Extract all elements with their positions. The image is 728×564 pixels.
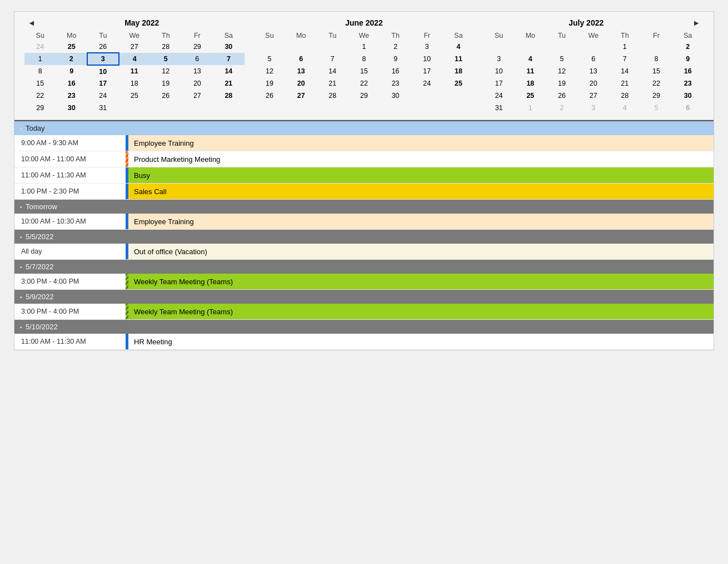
calendar-day[interactable]: 27: [577, 90, 609, 102]
collapse-icon[interactable]: ▪: [20, 324, 22, 330]
calendar-day[interactable]: 2: [380, 41, 411, 53]
agenda-row[interactable]: 1:00 PM - 2:30 PMSales Call: [14, 184, 714, 200]
calendar-day[interactable]: 10: [411, 53, 443, 65]
agenda-group-header-5-7-2022[interactable]: ▪5/7/2022: [14, 260, 714, 274]
calendar-day[interactable]: 14: [609, 65, 641, 77]
calendar-day[interactable]: 2: [672, 41, 704, 53]
calendar-day[interactable]: 5: [254, 53, 286, 65]
event-block[interactable]: Weekly Team Meeting (Teams): [126, 274, 714, 289]
calendar-day[interactable]: 3: [577, 102, 609, 114]
calendar-day[interactable]: 1: [515, 102, 546, 114]
calendar-day[interactable]: 1: [24, 53, 56, 65]
calendar-day[interactable]: 10: [87, 65, 119, 77]
calendar-day[interactable]: 19: [254, 77, 286, 90]
calendar-day[interactable]: 21: [213, 77, 245, 90]
calendar-day[interactable]: 5: [546, 53, 578, 65]
calendar-day[interactable]: 19: [546, 77, 578, 90]
calendar-day[interactable]: 4: [443, 41, 475, 53]
calendar-day[interactable]: 9: [380, 53, 411, 65]
agenda-row[interactable]: All dayOut of office (Vacation): [14, 244, 714, 260]
collapse-icon[interactable]: ▪: [20, 204, 22, 210]
calendar-day[interactable]: 29: [348, 90, 380, 102]
calendar-day[interactable]: 20: [577, 77, 609, 90]
collapse-icon[interactable]: ▪: [20, 125, 22, 132]
calendar-day[interactable]: 11: [515, 65, 546, 77]
calendar-day[interactable]: 8: [641, 53, 672, 65]
calendar-day[interactable]: 5: [641, 102, 672, 114]
calendar-day[interactable]: 7: [317, 53, 348, 65]
agenda-row[interactable]: 11:00 AM - 11:30 AMBusy: [14, 167, 714, 184]
event-block[interactable]: HR Meeting: [126, 334, 714, 349]
calendar-day[interactable]: 5: [150, 53, 182, 65]
calendar-day[interactable]: 13: [182, 65, 213, 77]
calendar-day[interactable]: 31: [87, 102, 119, 114]
calendar-day[interactable]: 14: [317, 65, 348, 77]
calendar-day[interactable]: 27: [182, 90, 213, 102]
calendar-day[interactable]: 30: [672, 90, 704, 102]
calendar-day[interactable]: 27: [285, 90, 317, 102]
calendar-day[interactable]: 17: [483, 77, 515, 90]
calendar-day[interactable]: 29: [24, 102, 56, 114]
calendar-day[interactable]: 26: [254, 90, 286, 102]
calendar-day[interactable]: 23: [380, 77, 411, 90]
calendar-day[interactable]: 18: [515, 77, 546, 90]
calendar-day[interactable]: 24: [411, 77, 443, 90]
calendar-day[interactable]: 28: [609, 90, 641, 102]
calendar-day[interactable]: 22: [348, 77, 380, 90]
calendar-day[interactable]: 17: [411, 65, 443, 77]
calendar-day[interactable]: 31: [483, 102, 515, 114]
calendar-day[interactable]: 30: [56, 102, 88, 114]
calendar-day[interactable]: 13: [577, 65, 609, 77]
agenda-row[interactable]: 11:00 AM - 11:30 AMHR Meeting: [14, 334, 714, 350]
collapse-icon[interactable]: ▪: [20, 294, 22, 300]
calendar-day[interactable]: 12: [150, 65, 182, 77]
calendar-day[interactable]: 24: [483, 90, 515, 102]
agenda-group-header-today[interactable]: ▪Today: [14, 121, 714, 135]
event-block[interactable]: Out of office (Vacation): [126, 244, 714, 259]
calendar-day[interactable]: 19: [150, 77, 182, 90]
event-block[interactable]: Weekly Team Meeting (Teams): [126, 304, 714, 319]
event-block[interactable]: Employee Training: [126, 135, 714, 151]
calendar-day[interactable]: 9: [672, 53, 704, 65]
calendar-day[interactable]: 22: [24, 90, 56, 102]
event-block[interactable]: Product Marketing Meeting: [126, 151, 714, 167]
calendar-day[interactable]: 13: [285, 65, 317, 77]
agenda-group-header-5-9-2022[interactable]: ▪5/9/2022: [14, 290, 714, 304]
calendar-day[interactable]: 27: [119, 41, 151, 53]
calendar-day[interactable]: 16: [380, 65, 411, 77]
agenda-row[interactable]: 3:00 PM - 4:00 PMWeekly Team Meeting (Te…: [14, 304, 714, 320]
event-block[interactable]: Employee Training: [126, 214, 714, 229]
calendar-day[interactable]: 7: [609, 53, 641, 65]
calendar-day[interactable]: 21: [609, 77, 641, 90]
calendar-day[interactable]: 16: [672, 65, 704, 77]
collapse-icon[interactable]: ▪: [20, 234, 22, 240]
calendar-day[interactable]: 8: [348, 53, 380, 65]
calendar-day[interactable]: 25: [56, 41, 88, 53]
calendar-day[interactable]: 1: [609, 41, 641, 53]
calendar-day[interactable]: 11: [119, 65, 151, 77]
calendar-day[interactable]: 21: [317, 77, 348, 90]
calendar-day[interactable]: 6: [672, 102, 704, 114]
calendar-day[interactable]: 15: [24, 77, 56, 90]
calendar-day[interactable]: 20: [285, 77, 317, 90]
agenda-row[interactable]: 10:00 AM - 11:00 AMProduct Marketing Mee…: [14, 151, 714, 167]
calendar-day[interactable]: 4: [515, 53, 546, 65]
calendar-day[interactable]: 15: [641, 65, 672, 77]
calendar-day[interactable]: 10: [483, 65, 515, 77]
agenda-row[interactable]: 9:00 AM - 9:30 AMEmployee Training: [14, 135, 714, 151]
calendar-day[interactable]: 7: [213, 53, 245, 65]
calendar-day[interactable]: 6: [182, 53, 213, 65]
calendar-day[interactable]: 23: [56, 90, 88, 102]
calendar-day[interactable]: 4: [119, 53, 151, 65]
calendar-day[interactable]: 12: [546, 65, 578, 77]
calendar-day[interactable]: 6: [285, 53, 317, 65]
calendar-day[interactable]: 24: [24, 41, 56, 53]
calendar-day[interactable]: 3: [411, 41, 443, 53]
calendar-day[interactable]: 8: [24, 65, 56, 77]
calendar-day[interactable]: 9: [56, 65, 88, 77]
next-month-button[interactable]: ►: [689, 18, 704, 27]
calendar-day[interactable]: 3: [87, 53, 119, 65]
calendar-day[interactable]: 25: [119, 90, 151, 102]
calendar-day[interactable]: 23: [672, 77, 704, 90]
calendar-day[interactable]: 4: [609, 102, 641, 114]
